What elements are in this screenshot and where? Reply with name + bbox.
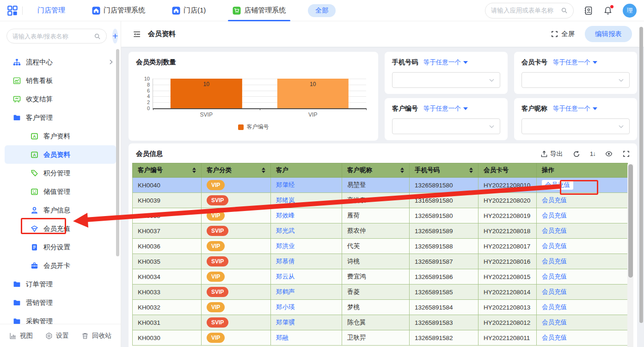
filter-value-select[interactable]	[521, 72, 630, 88]
filter-operator-dropdown[interactable]: 等于任意一个	[553, 58, 597, 67]
customer-link[interactable]: 郑肇经	[276, 181, 295, 188]
member-recharge-button[interactable]: 会员充值	[542, 242, 567, 249]
member-recharge-button[interactable]: 会员充值	[542, 197, 567, 204]
sort-button[interactable]: 1↓	[590, 150, 595, 157]
add-button[interactable]: +	[112, 29, 118, 43]
table-row-KH0030[interactable]: KH0030VIP郑融卫耿羿13265891582HY20221208011会员…	[133, 330, 628, 346]
sidebar-item-营销管理[interactable]: 营销管理	[0, 293, 121, 312]
sort-carets-icon[interactable]	[262, 167, 265, 173]
top-tab-label: 门店管理系统	[104, 6, 145, 15]
x-axis-label: SVIP	[153, 112, 260, 118]
sidebar-item-客户管理[interactable]: 客户管理	[0, 108, 121, 127]
sidebar-footer-视图[interactable]: 视图	[9, 332, 33, 340]
top-tab-3[interactable]: 店铺管理系统	[228, 0, 290, 21]
sidebar-item-储值管理[interactable]: 储值管理	[0, 182, 121, 201]
table-row-KH0039[interactable]: KH0039SVIP郑绪岚高洪泉13165891580HY20221208020…	[133, 193, 628, 208]
sidebar-item-会员资料[interactable]: A会员资料	[5, 145, 116, 164]
sidebar-footer-回收站[interactable]: 回收站	[81, 332, 111, 340]
chart-legend[interactable]: 客户编号	[129, 123, 378, 131]
filter-operator-dropdown[interactable]: 等于任意一个	[423, 105, 468, 113]
member-recharge-button[interactable]: 会员充值	[542, 304, 567, 310]
customer-link[interactable]: 郑洪业	[276, 242, 295, 249]
column-header-手机号码[interactable]: 手机号码	[410, 163, 478, 178]
sidebar-item-订单管理[interactable]: 订单管理	[0, 275, 121, 293]
member-recharge-button[interactable]: 会员充值	[542, 212, 567, 219]
sidebar-item-销售看板[interactable]: 销售看板	[0, 71, 121, 90]
y-tick-label: 10	[144, 76, 150, 81]
sidebar-item-积分设置[interactable]: 积分设置	[0, 238, 121, 256]
sort-carets-icon[interactable]	[400, 167, 404, 173]
contacts-icon[interactable]	[584, 6, 593, 15]
table-fullscreen-button[interactable]	[622, 150, 630, 158]
sidebar-scrollbar[interactable]	[116, 49, 119, 256]
table-row-KH0036[interactable]: KH0036VIP郑洪业代芙13265891588HY20221208017会员…	[133, 239, 628, 254]
table-row-KH0032[interactable]: KH0032VIP郑小瑛梦桃13265891584HY20221208013会员…	[133, 300, 628, 315]
table-row-KH0037[interactable]: KH0037SVIP郑光武蔡农仲13265891589HY20221208018…	[133, 223, 628, 239]
column-header-客户昵称[interactable]: 客户昵称	[342, 163, 410, 178]
sidebar-item-会员充值[interactable]: 会员充值	[0, 219, 121, 238]
filter-value-select[interactable]	[392, 72, 500, 88]
customer-link[interactable]: 郑肇骥	[276, 319, 295, 326]
bar-VIP[interactable]: 10	[277, 79, 349, 108]
sort-carets-icon[interactable]	[469, 167, 473, 173]
table-row-KH0035[interactable]: KH0035SVIP郑慕倩诗桃13265891587HY20221208016会…	[133, 254, 628, 269]
sidebar-item-客户信息[interactable]: 客户信息	[0, 201, 121, 219]
edit-report-button[interactable]: 编辑报表	[585, 26, 632, 42]
table-scrollbar-track[interactable]	[627, 164, 633, 347]
filter-value-select[interactable]	[521, 118, 630, 134]
filter-value-select[interactable]	[392, 118, 500, 134]
column-header-客户编号[interactable]: 客户编号	[133, 163, 202, 178]
sidebar-footer-设置[interactable]: 设置	[45, 332, 69, 340]
sidebar-item-收支结算[interactable]: 收支结算	[0, 90, 121, 108]
sidebar-item-积分管理[interactable]: 积分管理	[0, 164, 121, 182]
table-scrollbar-thumb[interactable]	[628, 164, 633, 278]
filter-operator-dropdown[interactable]: 等于任意一个	[423, 58, 468, 67]
collapse-menu-icon[interactable]	[132, 30, 141, 39]
top-tab-2[interactable]: 门店(1)	[167, 0, 210, 21]
customer-link[interactable]: 郑融	[276, 334, 288, 341]
column-visibility-button[interactable]	[605, 150, 613, 158]
sort-carets-icon[interactable]	[192, 167, 196, 173]
customer-link[interactable]: 郑效峰	[276, 212, 295, 219]
member-recharge-button[interactable]: 会员充值	[542, 258, 567, 265]
fullscreen-button[interactable]: 全屏	[551, 30, 575, 38]
member-recharge-button[interactable]: 会员充值	[542, 180, 573, 190]
customer-link[interactable]: 郑慕倩	[276, 258, 295, 265]
sidebar-item-客户资料[interactable]: A客户资料	[0, 127, 121, 145]
table-row-KH0034[interactable]: KH0034VIP郑云从费宜鸿13265891586HY20221208015会…	[133, 269, 628, 285]
refresh-button[interactable]	[573, 150, 580, 158]
form-search[interactable]	[6, 29, 107, 43]
chevron-right-icon[interactable]	[108, 59, 114, 65]
customer-link[interactable]: 郑小瑛	[276, 304, 295, 310]
customer-link[interactable]: 郑光武	[276, 227, 295, 234]
notification-bell-icon[interactable]	[603, 6, 613, 15]
form-search-input[interactable]	[12, 33, 94, 40]
table-row-KH0031[interactable]: KH0031SVIP郑肇骥陈仓翼13265891583HY20221208012…	[133, 315, 628, 330]
member-recharge-button[interactable]: 会员充值	[542, 319, 567, 326]
sidebar-item-流程中心[interactable]: 流程中心	[0, 53, 121, 71]
customer-link[interactable]: 郑云从	[276, 273, 295, 280]
filter-operator-dropdown[interactable]: 等于任意一个	[553, 105, 597, 113]
member-recharge-button[interactable]: 会员充值	[542, 273, 567, 280]
page-scrollbar[interactable]	[639, 27, 643, 323]
app-search-input[interactable]	[491, 7, 560, 14]
top-tab-0[interactable]: 门店管理	[33, 0, 70, 21]
member-recharge-button[interactable]: 会员充值	[542, 288, 567, 295]
member-recharge-button[interactable]: 会员充值	[542, 334, 567, 341]
customer-link[interactable]: 郑绪岚	[276, 197, 295, 204]
app-grid-icon[interactable]	[7, 6, 18, 16]
table-row-KH0038[interactable]: KH0038VIP郑效峰雁荷13265891580HY20221208019会员…	[133, 208, 628, 223]
table-row-KH0033[interactable]: KH0033SVIP郑鹤声香菱13265891585HY20221208014会…	[133, 285, 628, 300]
all-apps-button[interactable]: 全部	[308, 4, 336, 17]
app-search[interactable]	[485, 3, 574, 19]
table-row-KH0040[interactable]: KH0040VIP郑肇经易堃登13265891580HY20221208010会…	[133, 178, 628, 193]
sidebar-item-采购管理[interactable]: 采购管理	[0, 312, 121, 324]
column-header-客户分类[interactable]: 客户分类	[202, 163, 271, 178]
user-avatar[interactable]: 理	[623, 4, 637, 18]
customer-link[interactable]: 郑鹤声	[276, 288, 295, 295]
sidebar-item-会员开卡[interactable]: 会员开卡	[0, 256, 121, 275]
bar-SVIP[interactable]: 10	[171, 79, 242, 108]
export-button[interactable]: 导出	[540, 150, 563, 158]
member-recharge-button[interactable]: 会员充值	[542, 227, 567, 234]
top-tab-1[interactable]: 门店管理系统	[87, 0, 150, 21]
